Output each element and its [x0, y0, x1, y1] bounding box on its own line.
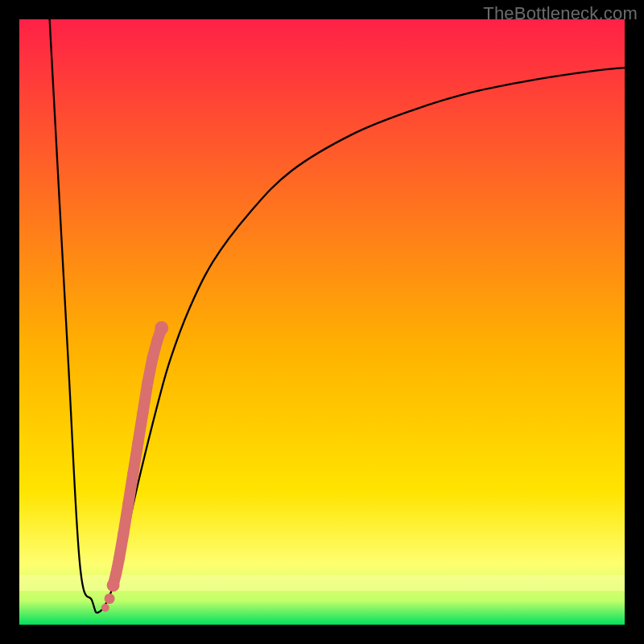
watermark-text: TheBottleneck.com	[483, 3, 638, 24]
gradient-background	[19, 19, 625, 625]
plot-area	[19, 19, 625, 625]
floor-dot	[105, 593, 115, 604]
chart-frame: TheBottleneck.com	[0, 0, 644, 644]
floor-dot	[101, 604, 109, 612]
chart-svg	[19, 19, 625, 625]
highlight-cap-bottom	[107, 579, 120, 592]
highlight-cap-top	[155, 321, 168, 335]
